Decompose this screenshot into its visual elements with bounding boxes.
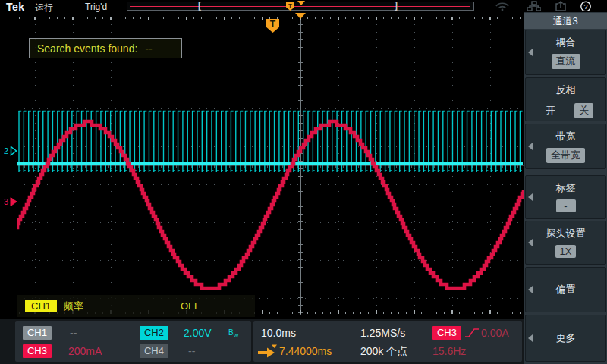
search-events-count: --	[145, 42, 152, 55]
tek-logo: Tek	[6, 1, 25, 13]
search-events-label: Search events found:	[37, 42, 137, 55]
trigger-frequency: 15.6Hz	[432, 344, 466, 358]
oscilloscope-screen: Tek 运行 Trig'd [ ] T	[0, 0, 607, 364]
search-events-banner: Search events found: --	[29, 38, 182, 58]
help-icon[interactable]: ?	[579, 1, 594, 11]
measurement-value: OFF	[181, 300, 200, 312]
trigger-level: 0.00A	[481, 326, 509, 340]
measurement-source-badge: CH1	[25, 300, 57, 312]
invert-on-option[interactable]: 开	[541, 103, 560, 118]
channel2-marker-arrow-icon	[10, 146, 17, 156]
trigger-status: Trig'd	[85, 2, 107, 12]
sample-rate: 1.25MS/s	[360, 326, 405, 340]
label-label: 标签	[526, 181, 605, 195]
channel3-marker-label: 3	[4, 196, 8, 207]
chevron-left-icon	[528, 143, 533, 150]
invert-off-option[interactable]: 关	[574, 103, 593, 118]
channel3-marker-arrow-icon	[10, 196, 17, 207]
ch3-badge[interactable]: CH3	[23, 344, 52, 358]
measurement-bar[interactable]: CH1 频率 OFF	[17, 295, 255, 317]
wifi-icon[interactable]	[494, 1, 509, 11]
menu-item-label[interactable]: 标签 -	[525, 175, 606, 219]
record-view-line	[130, 6, 470, 7]
invert-label: 反相	[526, 83, 605, 97]
bandwidth-label: 带宽	[526, 130, 605, 143]
top-bar: Tek 运行 Trig'd [ ] T	[0, 0, 607, 12]
bandwidth-value-button[interactable]: 全带宽	[546, 148, 585, 163]
invert-toggle: 开 关	[541, 103, 593, 118]
ch4-scale-value: --	[188, 344, 195, 358]
chevron-left-icon	[528, 49, 533, 56]
status-bar: CH1 -- CH2 2.00V BW CH3 200mA CH4 -- 10.…	[0, 319, 524, 364]
menu-item-coupling[interactable]: 耦合 直流	[525, 30, 606, 75]
chevron-left-icon	[528, 239, 533, 246]
probe-setup-label: 探头设置	[526, 227, 605, 240]
trigger-source-badge[interactable]: CH3	[432, 326, 461, 340]
horizontal-position[interactable]: 7.44000ms	[279, 344, 332, 358]
trigger-slope-rising-icon	[464, 326, 480, 340]
horizontal-scale[interactable]: 10.0ms	[261, 326, 296, 340]
channel-status-panel: CH1 -- CH2 2.00V BW CH3 200mA CH4 --	[15, 321, 251, 362]
file-export-icon[interactable]	[554, 1, 569, 11]
ch2-badge[interactable]: CH2	[140, 326, 168, 340]
ch1-badge[interactable]: CH1	[23, 326, 52, 340]
label-value-button[interactable]: -	[556, 199, 576, 212]
ch1-scale-value: --	[70, 326, 77, 340]
ch2-bandwidth-limit-icon: BW	[228, 326, 238, 343]
acquisition-status: 运行	[35, 2, 53, 14]
acquisition-preview-bar[interactable]: [ ] T	[127, 2, 474, 11]
help-glyph: ?	[583, 3, 587, 11]
horizontal-trigger-panel: 10.0ms 1.25MS/s CH3 0.00A 7.44000ms 200k…	[253, 321, 522, 362]
ch2-scale-value: 2.00V	[184, 326, 212, 340]
channel2-reference-marker[interactable]: 2	[4, 146, 17, 156]
network-icon[interactable]	[526, 1, 541, 11]
expansion-point-icon	[297, 1, 305, 5]
record-length: 200k 个点	[360, 344, 407, 358]
ch3-scale-value: 200mA	[68, 344, 102, 358]
menu-item-probe-setup[interactable]: 探头设置 1X	[525, 221, 606, 265]
more-label: 更多	[526, 331, 605, 345]
zoom-window-left-bracket[interactable]: [	[198, 0, 201, 11]
zoom-window-right-bracket[interactable]: ]	[395, 0, 398, 11]
measurement-name: 频率	[64, 300, 83, 313]
coupling-value-button[interactable]: 直流	[552, 54, 580, 69]
coupling-label: 耦合	[526, 36, 605, 49]
probe-setup-value-button[interactable]: 1X	[555, 245, 577, 258]
channel2-marker-label: 2	[4, 146, 8, 156]
side-menu-channel3: 通道3 耦合 直流 反相 开 关 带宽 全带宽 标签 - 探头设置 1X	[524, 12, 607, 364]
ch4-badge[interactable]: CH4	[140, 344, 168, 358]
offset-label: 偏置	[526, 283, 605, 297]
trigger-position-icon[interactable]	[295, 13, 306, 19]
menu-item-offset[interactable]: 偏置	[525, 267, 606, 312]
menu-item-invert[interactable]: 反相 开 关	[525, 77, 606, 121]
chevron-left-icon	[528, 193, 533, 201]
channel3-reference-marker[interactable]: 3	[4, 196, 17, 207]
menu-item-bandwidth[interactable]: 带宽 全带宽	[525, 124, 606, 169]
horizontal-position-icon	[256, 344, 279, 358]
side-menu-title: 通道3	[524, 13, 607, 29]
trigger-position-mini-badge[interactable]: T	[286, 2, 294, 11]
menu-item-more[interactable]: 更多	[525, 315, 606, 362]
